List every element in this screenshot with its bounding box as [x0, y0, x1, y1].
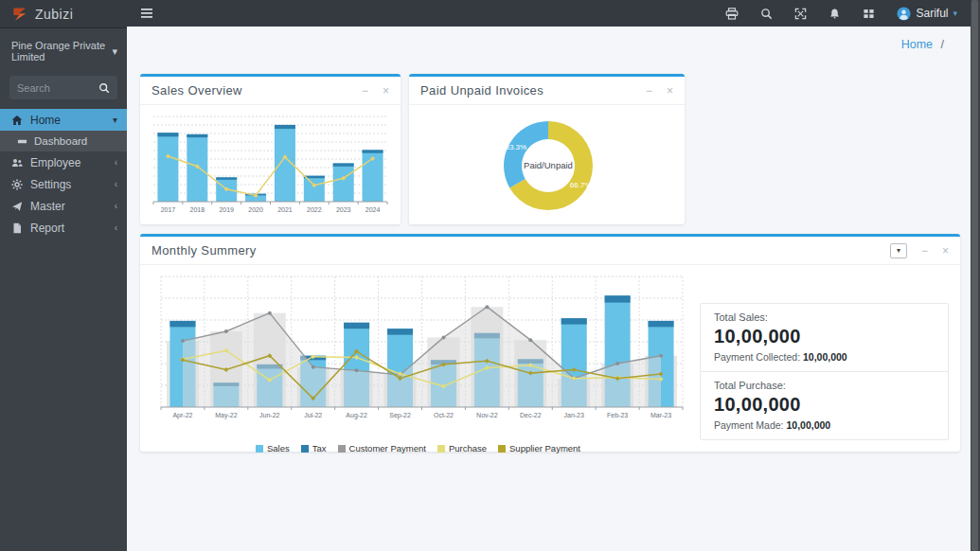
vertical-scrollbar[interactable] — [971, 0, 980, 551]
sales-overview-chart: 20172018201920202021202220232024 — [150, 111, 391, 219]
svg-text:2017: 2017 — [161, 206, 176, 213]
user-menu[interactable]: Sariful ▾ — [897, 7, 957, 21]
svg-text:33.3%: 33.3% — [505, 143, 526, 151]
total-sales-box: Total Sales: 10,00,000 Payment Collected… — [700, 303, 949, 372]
chevron-left-icon: ‹ — [115, 158, 117, 168]
user-name: Sariful — [916, 7, 948, 20]
sidebar-item-master[interactable]: Master ‹ — [0, 195, 127, 217]
legend-label: Purchase — [449, 443, 487, 453]
sidebar-item-dashboard[interactable]: Dashboard — [0, 131, 127, 151]
svg-text:Dec-22: Dec-22 — [520, 412, 542, 418]
legend-label: Supplier Payment — [509, 443, 580, 453]
svg-text:Apr-22: Apr-22 — [172, 412, 192, 419]
logo[interactable]: Zubizi — [0, 0, 127, 28]
sidebar-item-label: Employee — [30, 156, 80, 169]
monthly-summary-chart: Apr-22May-22Jun-22Jul-22Aug-22Sep-22Oct-… — [146, 269, 690, 437]
svg-text:66.7%: 66.7% — [570, 181, 592, 189]
scrollbar-thumb[interactable] — [971, 0, 978, 551]
legend-swatch — [301, 445, 309, 453]
svg-text:May-22: May-22 — [215, 412, 237, 419]
sidebar-item-report[interactable]: Report ‹ — [0, 217, 127, 239]
svg-text:Jul-22: Jul-22 — [304, 412, 322, 418]
file-icon — [11, 222, 23, 234]
card-title: Sales Overview — [151, 83, 242, 98]
legend-item: Purchase — [437, 443, 487, 453]
fullscreen-button[interactable] — [794, 8, 807, 20]
zubizi-logo-icon — [11, 6, 28, 23]
legend-item: Supplier Payment — [498, 443, 580, 453]
minimize-button[interactable]: − — [921, 245, 928, 257]
close-button[interactable]: × — [942, 245, 949, 257]
close-button[interactable]: × — [667, 85, 673, 97]
card-header: Monthly Summery ▾ − × — [140, 237, 960, 265]
search-icon — [98, 82, 110, 94]
search-button[interactable] — [760, 8, 773, 20]
search-input[interactable] — [9, 76, 91, 99]
dashboard-icon — [17, 136, 27, 147]
main-content: Home / Sales Overview − × 20172018201920… — [127, 27, 971, 551]
legend-item: Sales — [256, 443, 290, 453]
legend-label: Tax — [312, 443, 327, 453]
chevron-left-icon: ‹ — [115, 202, 117, 211]
print-icon — [725, 8, 739, 20]
card-dropdown-button[interactable]: ▾ — [890, 243, 907, 258]
legend-label: Sales — [267, 443, 290, 453]
app-title: Zubizi — [35, 7, 73, 22]
svg-text:2021: 2021 — [277, 206, 293, 213]
sidebar-item-label: Master — [30, 200, 65, 213]
payment-made-value: 10,00,000 — [786, 419, 830, 431]
card-title: Monthly Summery — [151, 243, 257, 258]
chevron-left-icon: ‹ — [115, 180, 117, 189]
print-button[interactable] — [725, 8, 739, 20]
sidebar-item-home[interactable]: Home ▾ — [0, 109, 127, 131]
svg-text:Jan-23: Jan-23 — [564, 412, 585, 418]
close-button[interactable]: × — [383, 85, 389, 97]
svg-text:Sep-22: Sep-22 — [389, 412, 411, 419]
card-title: Paid Unpaid Invoices — [420, 83, 543, 98]
search-submit-button[interactable] — [91, 76, 117, 99]
payment-made: Payment Made: 10,00,000 — [714, 419, 935, 431]
caret-down-icon: ▾ — [112, 45, 117, 58]
users-icon — [11, 157, 23, 169]
total-sales-label: Total Sales: — [714, 311, 935, 323]
total-sales-value: 10,00,000 — [714, 326, 935, 347]
company-name: Pine Orange Private Limited — [11, 40, 107, 62]
sales-overview-card: Sales Overview − × 201720182019202020212… — [140, 74, 401, 224]
svg-text:Jun-22: Jun-22 — [259, 412, 280, 418]
legend-item: Customer Payment — [338, 443, 426, 453]
sidebar-item-label: Report — [30, 222, 64, 235]
company-selector[interactable]: Pine Orange Private Limited ▾ — [0, 28, 127, 70]
stats-panel: Total Sales: 10,00,000 Payment Collected… — [700, 303, 949, 453]
sidebar-item-settings[interactable]: Settings ‹ — [0, 173, 127, 195]
apps-grid-button[interactable] — [863, 8, 875, 20]
total-purchase-box: Total Purchase: 10,00,000 Payment Made: … — [700, 371, 949, 440]
sidebar-item-employee[interactable]: Employee ‹ — [0, 151, 127, 173]
payment-collected-label: Payment Collected: — [714, 351, 800, 363]
breadcrumb-home-link[interactable]: Home — [901, 38, 933, 51]
hamburger-icon — [140, 8, 153, 19]
chart-legend: SalesTaxCustomer PaymentPurchaseSupplier… — [146, 443, 690, 453]
paid-unpaid-donut-chart: 66.7%33.3%Paid/Unpaid — [409, 105, 683, 224]
sidebar-item-label: Home — [30, 114, 61, 127]
legend-swatch — [437, 445, 445, 453]
svg-text:2019: 2019 — [219, 206, 234, 213]
payment-collected: Payment Collected: 10,00,000 — [714, 351, 935, 363]
bell-icon — [829, 8, 841, 20]
svg-text:Oct-22: Oct-22 — [434, 412, 454, 418]
minimize-button[interactable]: − — [362, 85, 368, 97]
sidebar-item-label: Settings — [30, 178, 71, 191]
notifications-button[interactable] — [829, 8, 841, 20]
paper-plane-icon — [11, 201, 23, 212]
sidebar-toggle-button[interactable] — [140, 8, 153, 19]
sidebar-search — [9, 76, 117, 99]
legend-swatch — [498, 445, 506, 453]
sidebar: Zubizi Pine Orange Private Limited ▾ Hom… — [0, 0, 127, 551]
gear-icon — [11, 179, 23, 190]
svg-text:Feb-23: Feb-23 — [607, 412, 628, 418]
minimize-button[interactable]: − — [646, 85, 652, 97]
payment-collected-value: 10,00,000 — [803, 351, 847, 363]
svg-text:2022: 2022 — [307, 206, 322, 213]
total-purchase-value: 10,00,000 — [714, 394, 935, 416]
legend-swatch — [338, 445, 346, 453]
breadcrumb: Home / — [901, 38, 944, 51]
